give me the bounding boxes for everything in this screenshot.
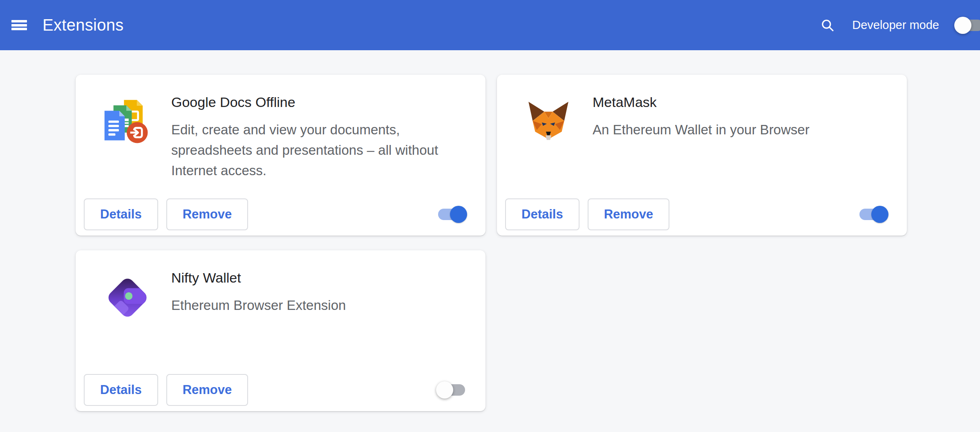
main-menu-button[interactable] [11, 16, 30, 35]
extension-description: Ethereum Browser Extension [171, 295, 346, 316]
developer-mode-label: Developer mode [852, 18, 939, 32]
remove-button[interactable]: Remove [166, 374, 248, 406]
remove-button[interactable]: Remove [166, 198, 248, 230]
extensions-grid: Google Docs Offline Edit, create and vie… [76, 75, 907, 411]
page-title: Extensions [43, 16, 124, 34]
nifty-wallet-icon [102, 272, 152, 322]
card-footer: Details Remove [76, 374, 486, 411]
card-text: Google Docs Offline Edit, create and vie… [171, 94, 466, 181]
search-icon [820, 18, 835, 33]
card-text: Nifty Wallet Ethereum Browser Extension [171, 269, 346, 322]
extension-name: Google Docs Offline [171, 94, 466, 111]
details-button[interactable]: Details [505, 198, 579, 230]
details-button[interactable]: Details [84, 198, 158, 230]
extension-enabled-toggle[interactable] [438, 209, 465, 220]
card-footer: Details Remove [497, 198, 907, 236]
toggle-knob [450, 206, 467, 223]
developer-mode-toggle[interactable] [956, 20, 980, 31]
extension-name: Nifty Wallet [171, 269, 346, 286]
card-body: Nifty Wallet Ethereum Browser Extension [76, 250, 486, 322]
card-body: MetaMask An Ethereum Wallet in your Brow… [497, 75, 907, 147]
toggle-knob [871, 206, 888, 223]
extension-name: MetaMask [593, 94, 810, 111]
toggle-knob [954, 17, 971, 34]
extension-card: MetaMask An Ethereum Wallet in your Brow… [497, 75, 907, 236]
extension-enabled-toggle[interactable] [859, 209, 886, 220]
toggle-knob [436, 381, 453, 399]
extension-enabled-toggle[interactable] [438, 384, 465, 396]
extension-description: An Ethereum Wallet in your Browser [593, 120, 810, 140]
google-docs-offline-icon [102, 97, 152, 147]
extension-description: Edit, create and view your documents, sp… [171, 120, 466, 181]
details-button[interactable]: Details [84, 374, 158, 406]
metamask-fox-icon [524, 97, 573, 147]
extension-card: Google Docs Offline Edit, create and vie… [76, 75, 486, 236]
toolbar: Extensions Developer mode [0, 0, 980, 50]
card-footer: Details Remove [76, 198, 486, 236]
hamburger-menu-icon [11, 19, 30, 32]
search-button[interactable] [819, 17, 836, 33]
remove-button[interactable]: Remove [588, 198, 670, 230]
card-text: MetaMask An Ethereum Wallet in your Brow… [593, 94, 810, 147]
extension-card: Nifty Wallet Ethereum Browser Extension … [76, 250, 486, 411]
card-body: Google Docs Offline Edit, create and vie… [76, 75, 486, 181]
